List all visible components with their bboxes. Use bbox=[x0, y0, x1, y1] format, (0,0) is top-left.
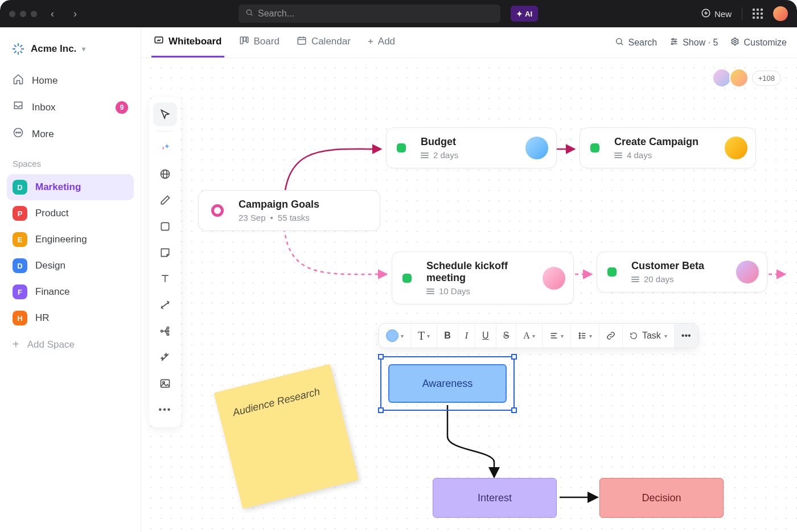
assignee-avatar[interactable] bbox=[543, 267, 565, 290]
assignee-avatar[interactable] bbox=[725, 137, 747, 159]
tool-image[interactable] bbox=[153, 372, 177, 395]
svg-line-1 bbox=[251, 14, 253, 16]
tool-connector[interactable] bbox=[153, 293, 177, 317]
plus-circle-icon bbox=[701, 8, 711, 20]
font-size-button[interactable]: T▾ bbox=[411, 324, 437, 348]
text-color-button[interactable]: A▾ bbox=[516, 324, 543, 348]
canvas-search-button[interactable]: Search bbox=[615, 37, 657, 48]
space-badge: P bbox=[13, 206, 27, 221]
ai-button[interactable]: ✦ AI bbox=[511, 6, 538, 22]
assignee-avatar[interactable] bbox=[736, 261, 759, 283]
nav-more[interactable]: More bbox=[7, 121, 134, 147]
new-button[interactable]: New bbox=[701, 8, 732, 20]
tool-magic[interactable] bbox=[153, 345, 177, 369]
card-create-campaign[interactable]: Create Campaign 4 days bbox=[580, 127, 756, 168]
global-search[interactable]: Search... bbox=[239, 5, 500, 23]
workspace-selector[interactable]: Acme Inc. ▾ bbox=[7, 39, 134, 67]
customize-button[interactable]: Customize bbox=[730, 37, 787, 48]
collaborator-avatar[interactable] bbox=[712, 68, 732, 88]
minimize-dot[interactable] bbox=[20, 11, 26, 17]
back-button[interactable]: ‹ bbox=[45, 6, 60, 21]
nav-home[interactable]: Home bbox=[7, 67, 134, 94]
status-square-icon bbox=[402, 274, 412, 283]
shape-decision[interactable]: Decision bbox=[599, 478, 724, 518]
show-button[interactable]: Show · 5 bbox=[669, 37, 718, 48]
home-icon bbox=[13, 73, 24, 88]
shape-awareness[interactable]: Awareness bbox=[388, 364, 507, 403]
card-subtitle: 10 Days bbox=[426, 286, 535, 296]
tool-web[interactable] bbox=[153, 162, 177, 186]
plus-icon: + bbox=[13, 338, 19, 351]
tab-label: Board bbox=[254, 36, 280, 47]
card-budget[interactable]: Budget 2 days bbox=[386, 127, 557, 168]
space-item-finance[interactable]: F Finance bbox=[7, 279, 134, 305]
space-item-hr[interactable]: H HR bbox=[7, 305, 134, 331]
tab-label: Whiteboard bbox=[169, 36, 222, 47]
svg-rect-19 bbox=[243, 37, 246, 42]
shape-interest[interactable]: Interest bbox=[433, 478, 557, 518]
tool-pointer[interactable] bbox=[153, 102, 177, 126]
tab-board[interactable]: Board bbox=[237, 27, 282, 57]
italic-button[interactable]: I bbox=[458, 324, 475, 348]
close-dot[interactable] bbox=[9, 11, 15, 17]
resize-handle-sw[interactable] bbox=[378, 407, 384, 413]
color-swatch-icon bbox=[386, 329, 398, 342]
tool-text[interactable] bbox=[153, 267, 177, 291]
ai-sparkle-icon: ✦ bbox=[516, 10, 523, 18]
card-customer-beta[interactable]: Customer Beta 20 days bbox=[597, 251, 767, 292]
list-button[interactable]: ▾ bbox=[571, 324, 599, 348]
resize-handle-nw[interactable] bbox=[378, 354, 384, 360]
new-label: New bbox=[714, 9, 732, 19]
resize-handle-ne[interactable] bbox=[511, 354, 517, 360]
collaborator-avatar[interactable] bbox=[729, 68, 749, 88]
link-button[interactable] bbox=[599, 324, 623, 348]
window-controls[interactable] bbox=[9, 11, 37, 17]
svg-rect-37 bbox=[161, 222, 169, 230]
whiteboard-canvas[interactable]: +108 ••• bbox=[141, 58, 797, 532]
strike-button[interactable]: S bbox=[496, 324, 517, 348]
more-button[interactable]: ••• bbox=[675, 324, 698, 348]
collaborator-overflow[interactable]: +108 bbox=[752, 71, 781, 86]
forward-button[interactable]: › bbox=[68, 6, 83, 21]
zoom-dot[interactable] bbox=[31, 11, 37, 17]
tool-shape[interactable] bbox=[153, 215, 177, 238]
sidebar: Acme Inc. ▾ Home Inbox 9 More Spaces D M… bbox=[0, 27, 141, 532]
card-kickoff[interactable]: Schedule kickoff meeting 10 Days bbox=[392, 251, 574, 304]
tab-add[interactable]: + Add bbox=[365, 27, 397, 57]
tool-pen[interactable] bbox=[153, 188, 177, 212]
tool-sticky[interactable] bbox=[153, 241, 177, 265]
chevron-down-icon: ▾ bbox=[82, 45, 85, 53]
more-icon bbox=[13, 127, 24, 141]
workspace-name: Acme Inc. bbox=[31, 43, 76, 55]
space-item-product[interactable]: P Product bbox=[7, 200, 134, 226]
align-button[interactable]: ▾ bbox=[543, 324, 571, 348]
convert-task-button[interactable]: Task▾ bbox=[623, 324, 675, 348]
nav-inbox[interactable]: Inbox 9 bbox=[7, 94, 134, 121]
user-avatar[interactable] bbox=[773, 6, 788, 21]
underline-button[interactable]: U bbox=[475, 324, 496, 348]
card-subtitle: 2 days bbox=[421, 150, 517, 160]
space-item-marketing[interactable]: D Marketing bbox=[7, 174, 134, 200]
titlebar: ‹ › Search... ✦ AI New bbox=[0, 0, 797, 27]
tool-more[interactable]: ••• bbox=[153, 398, 177, 422]
assignee-avatar[interactable] bbox=[525, 137, 548, 159]
space-item-design[interactable]: D Design bbox=[7, 253, 134, 279]
tab-whiteboard[interactable]: Whiteboard bbox=[151, 27, 224, 57]
resize-handle-se[interactable] bbox=[511, 407, 517, 413]
tool-mindmap[interactable] bbox=[153, 319, 177, 343]
space-item-engineering[interactable]: E Engineering bbox=[7, 226, 134, 253]
board-icon bbox=[239, 35, 249, 48]
apps-grid-icon[interactable] bbox=[753, 9, 763, 19]
card-campaign-goals[interactable]: Campaign Goals 23 Sep • 55 tasks bbox=[198, 190, 380, 231]
sticky-note[interactable]: Audience Research bbox=[214, 364, 359, 509]
tab-calendar[interactable]: Calendar bbox=[294, 27, 353, 57]
search-icon bbox=[245, 9, 253, 19]
fill-color-button[interactable]: ▾ bbox=[379, 324, 411, 348]
card-subtitle: 20 days bbox=[631, 274, 728, 284]
svg-rect-44 bbox=[161, 380, 170, 387]
svg-point-25 bbox=[617, 38, 622, 43]
bold-button[interactable]: B bbox=[437, 324, 458, 348]
add-space-button[interactable]: + Add Space bbox=[7, 331, 134, 358]
tool-ai[interactable] bbox=[153, 136, 177, 160]
inbox-icon bbox=[13, 100, 24, 114]
